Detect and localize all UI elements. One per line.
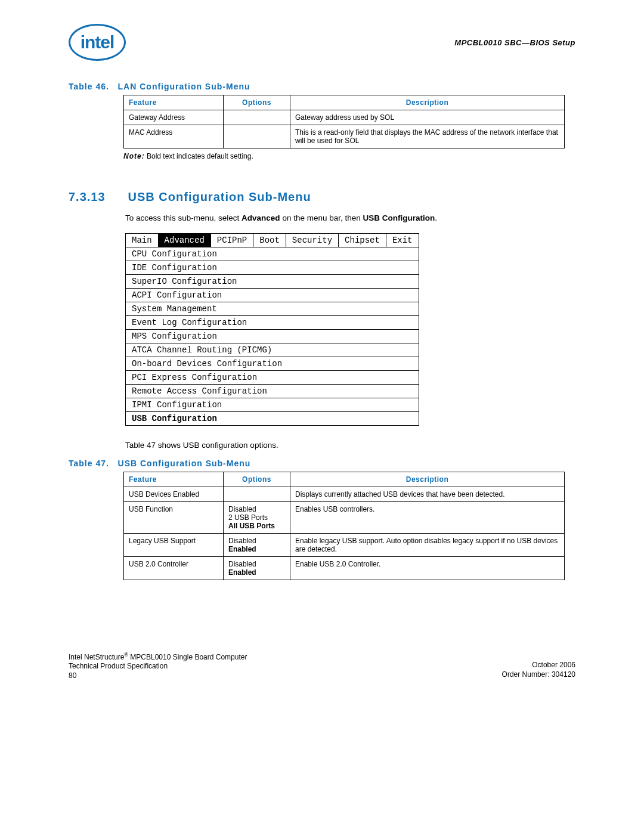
section-num: 7.3.13 — [69, 190, 124, 204]
table47-caption: Table 47. USB Configuration Sub-Menu — [69, 459, 575, 468]
table46-col-description: Description — [290, 95, 565, 110]
bios-item: MPS Configuration — [126, 329, 419, 343]
cell-options — [224, 125, 290, 148]
bios-tab-boot: Boot — [253, 233, 286, 247]
bios-item: On-board Devices Configuration — [126, 357, 419, 370]
bios-item-selected: USB Configuration — [126, 411, 419, 425]
table46-num: Table 46. — [69, 82, 109, 91]
bios-tab-pcipnp: PCIPnP — [210, 233, 253, 247]
bios-item: PCI Express Configuration — [126, 370, 419, 384]
cell-options: Disabled 2 USB Ports All USB Ports — [224, 501, 290, 533]
cell-feature: Gateway Address — [124, 110, 224, 125]
table46-title: LAN Configuration Sub-Menu — [118, 82, 250, 91]
bios-tab-chipset: Chipset — [339, 233, 386, 247]
table-row: USB Devices Enabled Displays currently a… — [124, 487, 565, 501]
bios-item: CPU Configuration — [126, 247, 419, 261]
bios-item: ACPI Configuration — [126, 288, 419, 302]
bios-tab-security: Security — [286, 233, 338, 247]
table46: Feature Options Description Gateway Addr… — [123, 95, 565, 148]
bios-item: Remote Access Configuration — [126, 384, 419, 398]
bios-tab-exit: Exit — [386, 233, 419, 247]
bios-tab-main: Main — [126, 233, 159, 247]
table46-caption: Table 46. LAN Configuration Sub-Menu — [69, 82, 575, 91]
note-text: Bold text indicates default setting. — [147, 152, 253, 160]
cell-description: Gateway address used by SOL — [290, 110, 565, 125]
cell-feature: USB 2.0 Controller — [124, 556, 224, 580]
bios-tab-advanced: Advanced — [158, 233, 210, 247]
section-intro: To access this sub-menu, select Advanced… — [125, 213, 575, 224]
note-label: Note: — [123, 152, 145, 160]
bios-item: System Management — [126, 302, 419, 315]
table-row: Legacy USB Support Disabled Enabled Enab… — [124, 533, 565, 556]
cell-feature: MAC Address — [124, 125, 224, 148]
cell-options — [224, 110, 290, 125]
bios-item: SuperIO Configuration — [126, 274, 419, 288]
footer-left: Intel NetStructure® MPCBL0010 Single Boa… — [69, 652, 247, 681]
table-row: MAC Address This is a read-only field th… — [124, 125, 565, 148]
bios-item: IPMI Configuration — [126, 398, 419, 411]
intel-logo: intel — [69, 24, 126, 61]
cell-description: Enable USB 2.0 Controller. — [290, 556, 565, 580]
table46-col-options: Options — [224, 95, 290, 110]
cell-description: This is a read-only field that displays … — [290, 125, 565, 148]
table-row: USB Function Disabled 2 USB Ports All US… — [124, 501, 565, 533]
doc-label: MPCBL0010 SBC—BIOS Setup — [454, 38, 575, 47]
cell-feature: USB Function — [124, 501, 224, 533]
table47: Feature Options Description USB Devices … — [123, 472, 565, 580]
page-footer: Intel NetStructure® MPCBL0010 Single Boa… — [69, 652, 575, 681]
section-title: USB Configuration Sub-Menu — [128, 190, 311, 203]
cell-feature: Legacy USB Support — [124, 533, 224, 556]
table47-col-options: Options — [224, 472, 290, 487]
cell-description: Displays currently attached USB devices … — [290, 487, 565, 501]
cell-options: Disabled Enabled — [224, 556, 290, 580]
table47-title: USB Configuration Sub-Menu — [118, 459, 251, 468]
cell-description: Enable legacy USB support. Auto option d… — [290, 533, 565, 556]
bios-item: IDE Configuration — [126, 261, 419, 274]
cell-options: Disabled Enabled — [224, 533, 290, 556]
cell-options — [224, 487, 290, 501]
table46-col-feature: Feature — [124, 95, 224, 110]
section-heading: 7.3.13 USB Configuration Sub-Menu — [69, 190, 575, 204]
table46-note: Note: Bold text indicates default settin… — [123, 152, 575, 160]
table47-col-description: Description — [290, 472, 565, 487]
bios-item: Event Log Configuration — [126, 315, 419, 329]
intel-logo-text: intel — [80, 32, 114, 52]
cell-description: Enables USB controllers. — [290, 501, 565, 533]
cell-feature: USB Devices Enabled — [124, 487, 224, 501]
page-header: intel MPCBL0010 SBC—BIOS Setup — [69, 24, 575, 61]
para-table47-intro: Table 47 shows USB configuration options… — [125, 441, 575, 450]
table-row: USB 2.0 Controller Disabled Enabled Enab… — [124, 556, 565, 580]
bios-item: ATCA Channel Routing (PICMG) — [126, 343, 419, 357]
table47-num: Table 47. — [69, 459, 109, 468]
table47-col-feature: Feature — [124, 472, 224, 487]
bios-tabs: Main Advanced PCIPnP Boot Security Chips… — [126, 233, 419, 247]
table-row: Gateway Address Gateway address used by … — [124, 110, 565, 125]
footer-right: October 2006 Order Number: 304120 — [502, 652, 575, 681]
bios-menu: Main Advanced PCIPnP Boot Security Chips… — [125, 233, 419, 426]
